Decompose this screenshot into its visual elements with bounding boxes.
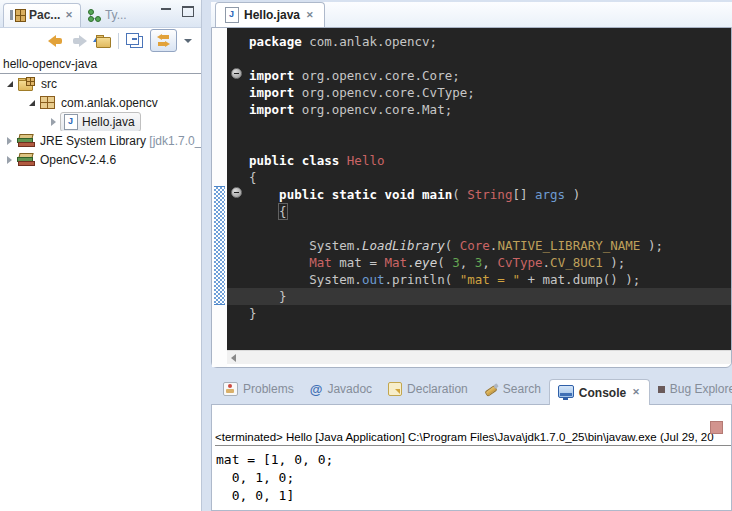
tab-label: Bug Explorer xyxy=(670,382,732,396)
tab-problems[interactable]: Problems xyxy=(215,377,302,402)
tree-item-jre-library[interactable]: JRE System Library [jdk1.7.0_25] xyxy=(0,131,201,150)
scroll-left-arrow-icon[interactable] xyxy=(231,354,236,362)
tab-search[interactable]: Search xyxy=(476,377,549,402)
editor-frame: package com.anlak.opencv;import org.open… xyxy=(211,27,732,368)
tab-package-explorer[interactable]: Pac... ✕ xyxy=(3,3,81,27)
source-folder-icon xyxy=(18,77,35,91)
editor-tab-label: Hello.java xyxy=(244,8,300,22)
tree-item-label: JRE System Library [jdk1.7.0_25] xyxy=(40,134,201,148)
java-file-icon xyxy=(64,114,78,130)
tab-type-hierarchy[interactable]: Ty... xyxy=(81,4,133,27)
console-content[interactable]: <terminated> Hello [Java Application] C:… xyxy=(211,404,732,511)
javadoc-icon: @ xyxy=(310,382,323,397)
tab-javadoc[interactable]: @ Javadoc xyxy=(302,377,380,402)
collapse-all-button[interactable] xyxy=(130,36,143,48)
tab-label: Search xyxy=(503,382,541,396)
package-explorer-toolbar xyxy=(0,28,201,53)
bug-explorer-icon xyxy=(658,386,665,393)
tab-console[interactable]: Console ✕ xyxy=(549,379,650,405)
view-menu-icon[interactable] xyxy=(184,39,192,43)
tree-item-label: Hello.java xyxy=(82,115,135,129)
link-with-editor-button[interactable] xyxy=(150,29,177,52)
tab-type-hierarchy-label: Ty... xyxy=(105,8,127,22)
close-icon[interactable]: ✕ xyxy=(305,10,315,21)
code-editor[interactable]: package com.anlak.opencv;import org.open… xyxy=(227,28,731,350)
tree-item-label: src xyxy=(41,77,57,91)
range-indicator xyxy=(214,186,225,305)
console-output: mat = [1, 0, 0; 0, 1, 0; 0, 0, 1] xyxy=(216,451,731,505)
search-icon xyxy=(484,383,498,396)
expanded-arrow-icon[interactable] xyxy=(29,100,35,106)
tree-item-package[interactable]: com.anlak.opencv xyxy=(0,93,201,112)
fold-collapse-icon[interactable] xyxy=(231,187,242,198)
tree-item-opencv-library[interactable]: OpenCV-2.4.6 xyxy=(0,150,201,169)
maximize-icon[interactable] xyxy=(182,6,194,17)
collapsed-arrow-icon[interactable] xyxy=(7,156,12,164)
tree-item-decoration: [jdk1.7.0_25] xyxy=(149,134,201,148)
horizontal-scrollbar[interactable] xyxy=(227,350,731,364)
tab-bug-explorer[interactable]: Bug Explorer xyxy=(650,377,732,402)
console-view: Problems @ Javadoc Declaration Search Co… xyxy=(211,374,732,511)
java-file-icon xyxy=(225,7,239,23)
package-explorer-icon xyxy=(10,9,25,21)
up-button[interactable] xyxy=(94,34,111,48)
close-icon[interactable]: ✕ xyxy=(64,10,74,21)
tab-package-explorer-label: Pac... xyxy=(29,8,60,22)
project-tree: hello-opencv-java src com.anlak.opencv H… xyxy=(0,53,201,169)
tab-label: Problems xyxy=(243,382,294,396)
console-status-line: <terminated> Hello [Java Application] C:… xyxy=(215,431,731,446)
tab-label: Declaration xyxy=(407,382,468,396)
tab-label: Console xyxy=(579,386,626,400)
annotation-ruler[interactable] xyxy=(212,28,227,367)
left-tab-bar: Pac... ✕ Ty... xyxy=(0,0,201,28)
tree-item-project[interactable]: hello-opencv-java xyxy=(0,53,201,74)
back-button[interactable] xyxy=(48,35,64,47)
close-icon[interactable]: ✕ xyxy=(631,387,641,398)
problems-icon xyxy=(223,382,238,396)
expanded-arrow-icon[interactable] xyxy=(7,81,13,87)
tree-item-label: com.anlak.opencv xyxy=(61,96,158,110)
library-icon xyxy=(17,153,34,166)
toolbar-separator xyxy=(118,33,119,49)
type-hierarchy-icon xyxy=(87,9,101,22)
package-icon xyxy=(40,96,55,109)
console-icon xyxy=(558,385,574,398)
editor-tab-strip: Hello.java ✕ xyxy=(211,2,732,27)
declaration-icon xyxy=(388,382,402,396)
tab-declaration[interactable]: Declaration xyxy=(380,377,476,402)
code-lines[interactable]: package com.anlak.opencv;import org.open… xyxy=(227,33,731,322)
tree-item-label: OpenCV-2.4.6 xyxy=(40,153,116,167)
editor-area: Hello.java ✕ package com.anlak.opencv;im… xyxy=(211,2,732,368)
tree-item-src[interactable]: src xyxy=(0,74,201,93)
terminate-button[interactable] xyxy=(710,421,723,434)
minimize-icon[interactable] xyxy=(161,7,171,16)
selected-tree-item[interactable]: Hello.java xyxy=(60,112,141,131)
package-explorer-view: Pac... ✕ Ty... hello-opencv-java xyxy=(0,0,202,511)
bottom-tab-bar: Problems @ Javadoc Declaration Search Co… xyxy=(211,374,732,404)
fold-collapse-icon[interactable] xyxy=(231,68,242,79)
tree-item-hello-java[interactable]: Hello.java xyxy=(0,112,201,131)
view-window-buttons xyxy=(161,6,194,17)
tab-label: Javadoc xyxy=(327,382,372,396)
editor-tab-hello-java[interactable]: Hello.java ✕ xyxy=(215,2,325,27)
forward-button[interactable] xyxy=(71,35,87,47)
library-icon xyxy=(17,134,34,147)
collapsed-arrow-icon[interactable] xyxy=(51,118,56,126)
collapsed-arrow-icon[interactable] xyxy=(7,137,12,145)
